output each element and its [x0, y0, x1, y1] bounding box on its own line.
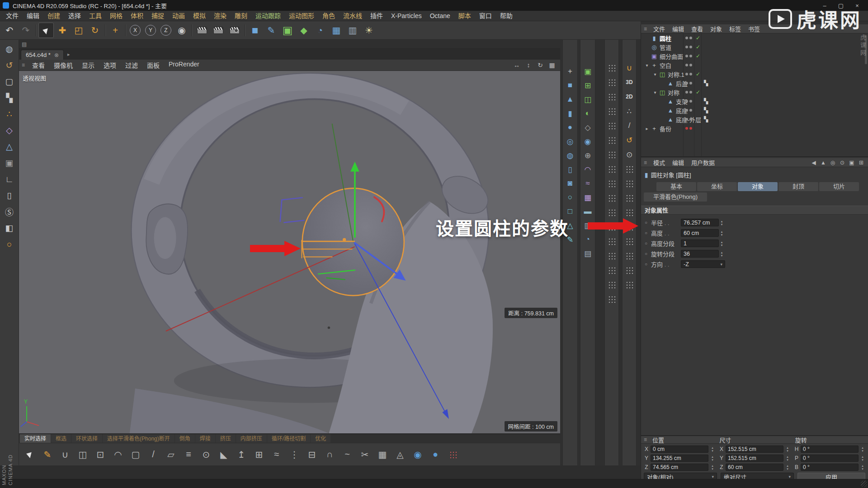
untriangulate-icon[interactable]: ◬ [392, 446, 408, 463]
visibility-dots[interactable] [685, 127, 692, 130]
stepper-arrows[interactable]: ▴▾ [710, 446, 715, 452]
object-row[interactable]: ◎管道✓ [641, 42, 868, 52]
tube-icon[interactable]: ◙ [564, 177, 576, 190]
viewport-menu-item[interactable]: 选项 [99, 61, 121, 70]
coordinate-input[interactable]: 134.255 cm [651, 455, 708, 462]
sky-icon[interactable]: ◔ [581, 233, 594, 246]
focus-icon[interactable]: ⊙ [838, 160, 846, 166]
menu-item[interactable]: 体积 [127, 11, 147, 21]
recent-command-tab[interactable]: 循环/路径切割 [267, 434, 310, 443]
add-light-button[interactable]: ☀ [361, 23, 377, 38]
bridge-icon[interactable]: ∩ [321, 446, 338, 463]
snap-2d-button[interactable]: 2D [623, 90, 636, 103]
make-editable-icon[interactable]: ↺ [2, 58, 17, 73]
array-icon[interactable]: ⊞ [581, 79, 594, 92]
torus-icon[interactable]: ◎ [564, 135, 576, 148]
document-tab[interactable]: 654.c4d * ⊗ [21, 50, 64, 60]
cloner-icon[interactable] [605, 61, 618, 74]
midpoint-snap-icon[interactable] [623, 235, 636, 248]
visibility-dots[interactable] [685, 46, 692, 48]
menu-item[interactable]: 雕刻 [231, 11, 251, 21]
matrix-extrude-icon[interactable]: ⋮ [286, 446, 302, 463]
snap-toggle-icon[interactable]: Ⓢ [2, 204, 17, 219]
visibility-dots[interactable] [685, 55, 692, 57]
visibility-dots[interactable] [685, 91, 692, 94]
visibility-dots[interactable] [685, 109, 692, 112]
menu-item[interactable]: 工具 [85, 11, 106, 21]
viewport-menu-item[interactable]: 查看 [28, 61, 49, 70]
edge-snap-icon[interactable]: / [623, 119, 636, 132]
step-effector-icon[interactable] [605, 264, 618, 277]
viewport-menu-item[interactable]: 摄像机 [49, 61, 77, 70]
coordinate-input[interactable]: 0 cm [651, 446, 708, 453]
value-input[interactable]: 36 [681, 250, 719, 258]
viewport-menu-item[interactable]: 显示 [77, 61, 99, 70]
cube-icon[interactable]: ■ [564, 79, 576, 92]
object-manager-menu-item[interactable]: 标签 [726, 24, 745, 33]
vertex-snap-icon[interactable]: ∴ [623, 105, 636, 117]
object-row[interactable]: ▾◫对称.1✓ [641, 70, 868, 79]
paint-setup-icon[interactable]: ◧ [2, 221, 17, 235]
visibility-dots[interactable] [685, 37, 692, 39]
matrix-icon[interactable] [605, 76, 618, 89]
object-row[interactable]: ▲底座-外层▚ [641, 115, 868, 124]
coordinate-input[interactable]: 152.515 cm [726, 455, 783, 462]
attribute-tab[interactable]: 封顶 [778, 182, 818, 191]
rotate-view-icon[interactable]: ↻ [536, 61, 545, 69]
grid-line-snap-icon[interactable] [623, 177, 636, 190]
add-primitive-button[interactable]: ■ [247, 23, 263, 38]
menu-item[interactable]: 渲染 [210, 11, 231, 21]
viewport-filter-icon[interactable]: ▯ [2, 188, 17, 203]
last-used-tool[interactable]: + [108, 23, 123, 38]
attribute-tab[interactable]: 对象 [738, 182, 778, 191]
workplane-mode-icon[interactable]: ∟ [2, 172, 17, 187]
object-row[interactable]: ▣细分曲面✓ [641, 52, 868, 61]
select-tool-icon[interactable] [22, 446, 38, 463]
line-cut-icon[interactable]: / [145, 446, 161, 463]
enable-check-icon[interactable]: ✓ [696, 53, 700, 59]
coordinate-input[interactable]: 74.565 cm [651, 464, 708, 471]
visibility-dots[interactable] [685, 100, 692, 103]
lock-y-button[interactable]: Y [145, 25, 156, 36]
enable-check-icon[interactable]: ✓ [696, 89, 700, 95]
move-tool[interactable]: ✚ [55, 23, 70, 38]
smooth-shift-icon[interactable]: ≈ [269, 446, 285, 463]
panel-grip-icon[interactable]: ≡ [22, 62, 25, 68]
coordinate-input[interactable]: 0 ° [801, 446, 859, 453]
texture-tag-icon[interactable]: ▚ [704, 107, 708, 113]
add-spline-button[interactable]: ✎ [264, 23, 279, 38]
metaball-icon[interactable]: ◉ [581, 135, 594, 148]
menu-item[interactable]: 文件 [2, 11, 23, 21]
object-row[interactable]: ▮圆柱✓ [641, 33, 868, 42]
panel-grip-icon[interactable]: ≡ [644, 26, 647, 32]
mirror-tool-icon[interactable]: ◫ [75, 446, 91, 463]
recent-command-tab[interactable]: 环状选择 [71, 434, 102, 443]
toggle-view-icon[interactable]: ▦ [547, 61, 557, 69]
coordinate-system-button[interactable]: ◉ [174, 23, 189, 38]
brush-tool-icon[interactable]: ◠ [110, 446, 126, 463]
visibility-dots[interactable] [685, 82, 692, 84]
coordinate-input[interactable]: 0 ° [801, 464, 859, 471]
symmetry-icon[interactable]: ◫ [581, 93, 594, 106]
texture-tag-icon[interactable]: ▚ [704, 98, 708, 104]
direction-dropdown[interactable]: -Z▾ [681, 260, 725, 268]
render-picture-viewer-button[interactable] [211, 23, 226, 38]
object-manager-menu-item[interactable]: 编辑 [669, 24, 688, 33]
stepper-arrows[interactable]: ▴▾ [710, 455, 715, 461]
add-subdivision-surface-button[interactable]: ▣ [280, 23, 295, 38]
model-mode-icon[interactable]: ▢ [2, 74, 17, 89]
attribute-manager-menu-item[interactable]: 编辑 [669, 158, 688, 167]
menu-item[interactable]: 运动跟踪 [251, 11, 285, 21]
floor-icon[interactable]: ▬ [581, 205, 594, 218]
visibility-dots[interactable] [685, 118, 692, 121]
object-row[interactable]: ▾◫对称✓ [641, 88, 868, 97]
object-manager-menu-item[interactable]: 文件 [650, 24, 669, 33]
keyframe-circle-icon[interactable]: ○ [645, 220, 651, 225]
scale-tool[interactable]: ◰ [71, 23, 86, 38]
recent-command-tab[interactable]: 挤压 [216, 434, 236, 443]
grid-point-snap-icon[interactable] [623, 163, 636, 175]
menu-item[interactable]: 编辑 [23, 11, 43, 21]
add-camera-button[interactable]: ▥ [345, 23, 360, 38]
set-point-value-icon[interactable]: ⊡ [92, 446, 108, 463]
perpendicular-snap-icon[interactable] [623, 264, 636, 277]
